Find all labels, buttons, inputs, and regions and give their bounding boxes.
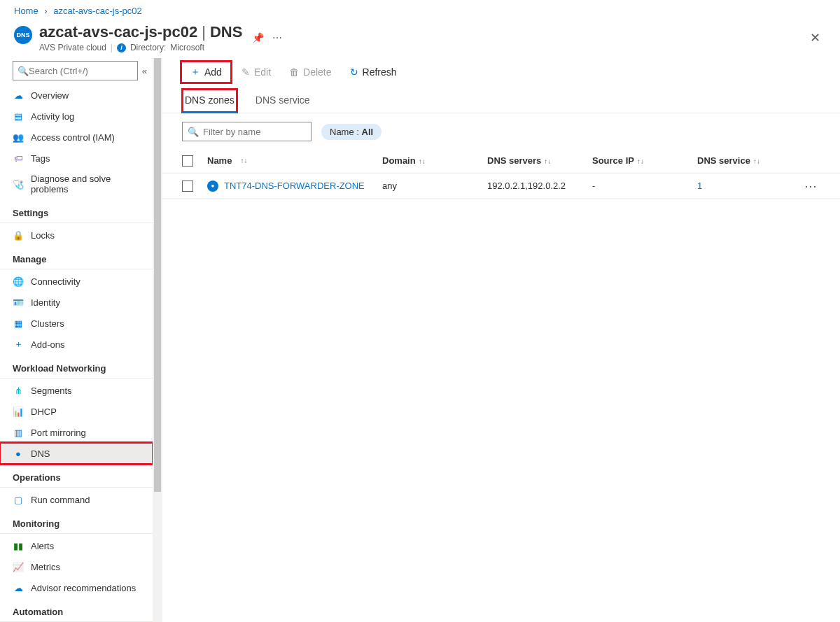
directory-value: Microsoft <box>170 43 204 52</box>
sidebar-item-connectivity[interactable]: 🌐 Connectivity <box>0 271 153 292</box>
title-resource-name: azcat-avs-cac-js-pc02 <box>39 23 197 41</box>
sidebar-item-label: Port mirroring <box>31 427 86 438</box>
pill-value: All <box>362 127 374 137</box>
sidebar-item-label: Run command <box>31 495 90 505</box>
column-header-dns-service[interactable]: DNS service↑↓ <box>697 155 781 166</box>
alerts-icon: ▮▮ <box>13 540 24 551</box>
column-header-domain[interactable]: Domain↑↓ <box>382 155 487 166</box>
terminal-icon: ▢ <box>13 494 24 505</box>
table-row[interactable]: ● TNT74-DNS-FORWARDER-ZONE any 192.0.2.1… <box>162 174 840 199</box>
breadcrumb-resource[interactable]: azcat-avs-cac-js-pc02 <box>53 6 141 16</box>
column-header-source-ip[interactable]: Source IP↑↓ <box>592 155 697 166</box>
sidebar-item-advisor[interactable]: ☁ Advisor recommendations <box>0 577 153 598</box>
row-more-icon[interactable]: ⋯ <box>781 178 820 194</box>
sidebar-item-tags[interactable]: 🏷 Tags <box>0 148 153 169</box>
sidebar-item-identity[interactable]: 🪪 Identity <box>0 292 153 313</box>
sidebar-item-dns[interactable]: ● DNS <box>0 443 153 464</box>
plus-icon: ＋ <box>13 339 24 350</box>
sidebar-item-clusters[interactable]: ▦ Clusters <box>0 313 153 334</box>
section-operations: Operations <box>0 464 153 488</box>
more-icon[interactable]: ⋯ <box>272 32 282 43</box>
row-name-link[interactable]: TNT74-DNS-FORWARDER-ZONE <box>224 181 365 191</box>
sidebar-item-label: Add-ons <box>31 339 64 350</box>
sidebar-item-label: Locks <box>31 230 55 241</box>
sidebar-item-label: DNS <box>31 448 50 459</box>
sidebar-item-label: Clusters <box>31 318 64 329</box>
page-header: DNS azcat-avs-cac-js-pc02|DNS AVS Privat… <box>0 19 840 58</box>
resource-type: AVS Private cloud <box>39 43 106 52</box>
search-input[interactable] <box>29 66 133 76</box>
page-title: azcat-avs-cac-js-pc02|DNS <box>39 23 242 41</box>
chevron-right-icon: › <box>44 6 47 16</box>
sidebar-item-label: Advisor recommendations <box>31 583 136 593</box>
sort-icon: ↑↓ <box>419 157 426 165</box>
sidebar-item-label: Tags <box>31 153 50 164</box>
sidebar-item-port-mirroring[interactable]: ▥ Port mirroring <box>0 422 153 443</box>
clusters-icon: ▦ <box>13 318 24 329</box>
section-workload-networking: Workload Networking <box>0 355 153 379</box>
column-header-name[interactable]: Name↑↓ <box>207 155 382 166</box>
sidebar-item-label: Activity log <box>31 111 74 122</box>
section-monitoring: Monitoring <box>0 510 153 534</box>
sidebar-item-locks[interactable]: 🔒 Locks <box>0 225 153 246</box>
sort-icon: ↑↓ <box>240 157 247 164</box>
sidebar-item-run-command[interactable]: ▢ Run command <box>0 489 153 510</box>
lock-icon: 🔒 <box>13 229 24 241</box>
sidebar-item-label: Diagnose and solve problems <box>31 174 140 195</box>
sidebar-item-access-control[interactable]: 👥 Access control (IAM) <box>0 127 153 148</box>
sidebar-search[interactable]: 🔍 <box>13 61 138 80</box>
sidebar-item-dhcp[interactable]: 📊 DHCP <box>0 401 153 422</box>
sidebar-item-segments[interactable]: ⋔ Segments <box>0 380 153 401</box>
sidebar-item-activity-log[interactable]: ▤ Activity log <box>0 106 153 127</box>
sidebar-item-label: Connectivity <box>31 276 80 287</box>
sidebar-item-overview[interactable]: ☁ Overview <box>0 85 153 106</box>
sidebar-item-metrics[interactable]: 📈 Metrics <box>0 556 153 577</box>
select-all-checkbox[interactable] <box>182 155 193 167</box>
directory-label: Directory: <box>130 43 166 52</box>
column-header-dns-servers[interactable]: DNS servers↑↓ <box>487 155 592 166</box>
title-section: DNS <box>210 23 242 41</box>
filter-text-input[interactable] <box>203 127 306 137</box>
tab-dns-zones[interactable]: DNS zones <box>182 89 237 113</box>
dns-zone-icon: ● <box>207 181 218 192</box>
sidebar-item-label: Alerts <box>31 541 54 551</box>
cloud-icon: ☁ <box>13 90 24 101</box>
close-icon[interactable]: ✕ <box>804 27 826 48</box>
row-dns-servers: 192.0.2.1,192.0.2.2 <box>487 181 592 191</box>
tag-icon: 🏷 <box>13 153 24 164</box>
sidebar-item-label: Access control (IAM) <box>31 132 115 143</box>
collapse-sidebar-icon[interactable]: « <box>142 66 147 76</box>
sidebar-item-diagnose[interactable]: 🩺 Diagnose and solve problems <box>0 169 153 199</box>
scrollbar-thumb[interactable] <box>154 58 161 492</box>
segments-icon: ⋔ <box>13 385 24 396</box>
refresh-button[interactable]: ↻ Refresh <box>343 63 404 81</box>
section-automation: Automation <box>0 598 153 622</box>
sidebar-item-label: Metrics <box>31 562 60 572</box>
delete-button[interactable]: 🗑 Delete <box>282 63 338 81</box>
tab-dns-service[interactable]: DNS service <box>254 89 312 113</box>
row-dns-service-link[interactable]: 1 <box>697 181 702 191</box>
refresh-icon: ↻ <box>350 66 358 78</box>
breadcrumb-home[interactable]: Home <box>14 6 38 16</box>
identity-icon: 🪪 <box>13 297 24 308</box>
button-label: Edit <box>254 66 271 78</box>
plus-icon: ＋ <box>190 66 200 78</box>
sidebar-scrollbar[interactable] <box>153 58 162 622</box>
dns-icon: ● <box>13 448 24 459</box>
sidebar-item-alerts[interactable]: ▮▮ Alerts <box>0 535 153 556</box>
add-button[interactable]: ＋ Add <box>182 62 230 82</box>
tab-bar: DNS zones DNS service <box>162 89 840 113</box>
header-label: DNS servers <box>487 155 541 166</box>
header-label: Domain <box>382 155 416 166</box>
row-checkbox[interactable] <box>182 181 193 192</box>
filter-pill-name[interactable]: Name : All <box>321 124 382 140</box>
info-icon[interactable]: i <box>117 43 126 52</box>
edit-button[interactable]: ✎ Edit <box>234 63 278 81</box>
filter-input[interactable]: 🔍 <box>182 122 312 141</box>
header-label: Source IP <box>592 155 634 166</box>
sidebar-item-addons[interactable]: ＋ Add-ons <box>0 334 153 355</box>
table-header-row: Name↑↓ Domain↑↓ DNS servers↑↓ Source IP↑… <box>162 148 840 174</box>
sidebar-item-label: Overview <box>31 90 69 101</box>
sidebar-item-label: Segments <box>31 386 72 396</box>
pin-icon[interactable]: 📌 <box>252 32 264 43</box>
